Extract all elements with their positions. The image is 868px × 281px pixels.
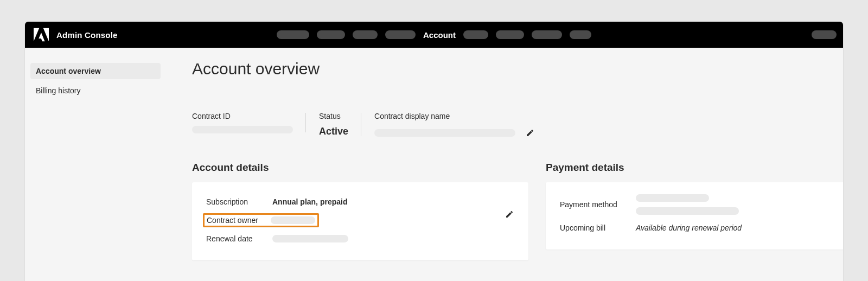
nav-item-placeholder[interactable] bbox=[463, 30, 488, 39]
body-area: Account overview Billing history Account… bbox=[25, 48, 843, 281]
contract-status-col: Status Active bbox=[306, 112, 361, 137]
contract-id-col: Contract ID bbox=[192, 112, 306, 133]
nav-item-placeholder[interactable] bbox=[277, 30, 309, 39]
account-details-card: Subscription Annual plan, prepaid Contra… bbox=[192, 182, 528, 260]
nav-item-placeholder[interactable] bbox=[385, 30, 416, 39]
payment-method-detail-placeholder bbox=[636, 207, 739, 215]
sidebar-item-label: Account overview bbox=[36, 67, 101, 75]
payment-details-section: Payment details Payment method Upcoming … bbox=[546, 162, 843, 260]
subscription-row: Subscription Annual plan, prepaid bbox=[206, 194, 514, 209]
nav-item-placeholder[interactable] bbox=[496, 30, 524, 39]
renewal-date-value-placeholder bbox=[272, 235, 348, 242]
adobe-logo-icon bbox=[34, 28, 49, 42]
payment-details-card: Payment method Upcoming bill Available d… bbox=[546, 182, 843, 250]
sidebar-item-label: Billing history bbox=[36, 86, 80, 95]
payment-method-label: Payment method bbox=[560, 200, 636, 209]
pencil-icon bbox=[505, 210, 514, 219]
subscription-label: Subscription bbox=[206, 197, 272, 206]
sidebar-item-account-overview[interactable]: Account overview bbox=[30, 63, 161, 79]
upcoming-bill-value: Available during renewal period bbox=[636, 223, 742, 232]
nav-item-placeholder[interactable] bbox=[353, 30, 378, 39]
renewal-date-row: Renewal date bbox=[206, 231, 514, 246]
renewal-date-label: Renewal date bbox=[206, 234, 272, 243]
payment-method-row: Payment method bbox=[560, 194, 835, 215]
nav-item-placeholder[interactable] bbox=[317, 30, 345, 39]
app-title: Admin Console bbox=[56, 30, 118, 40]
upcoming-bill-row: Upcoming bill Available during renewal p… bbox=[560, 220, 835, 235]
contract-status-value: Active bbox=[319, 126, 348, 137]
contract-name-col: Contract display name bbox=[361, 112, 550, 140]
sidebar-item-billing-history[interactable]: Billing history bbox=[30, 82, 161, 99]
pencil-icon bbox=[526, 129, 534, 137]
details-columns: Account details Subscription Annual plan… bbox=[192, 162, 843, 260]
upcoming-bill-label: Upcoming bill bbox=[560, 223, 636, 232]
main-content: Account overview Contract ID Status Acti… bbox=[166, 48, 843, 281]
top-nav-right bbox=[812, 30, 837, 39]
app-frame: Admin Console Account Account overview B… bbox=[25, 22, 843, 281]
page-title: Account overview bbox=[192, 60, 843, 78]
account-details-title: Account details bbox=[192, 162, 528, 174]
contract-owner-highlight: Contract owner bbox=[203, 213, 319, 227]
nav-item-account[interactable]: Account bbox=[423, 30, 456, 40]
edit-account-details-button[interactable] bbox=[502, 207, 516, 221]
sidebar: Account overview Billing history bbox=[25, 48, 166, 281]
contract-name-label: Contract display name bbox=[374, 112, 537, 120]
edit-contract-name-button[interactable] bbox=[523, 126, 537, 140]
payment-details-title: Payment details bbox=[546, 162, 843, 174]
top-nav: Account bbox=[277, 30, 591, 40]
contract-owner-row: Contract owner bbox=[206, 213, 514, 228]
topbar: Admin Console Account bbox=[25, 22, 843, 48]
nav-action-placeholder[interactable] bbox=[812, 30, 837, 39]
contract-id-label: Contract ID bbox=[192, 112, 293, 120]
account-details-section: Account details Subscription Annual plan… bbox=[192, 162, 528, 260]
contract-owner-value-placeholder bbox=[271, 216, 315, 224]
contract-status-label: Status bbox=[319, 112, 348, 120]
contract-header-row: Contract ID Status Active Contract displ… bbox=[192, 112, 843, 140]
contract-owner-label: Contract owner bbox=[207, 216, 267, 225]
nav-item-placeholder[interactable] bbox=[570, 30, 591, 39]
nav-item-placeholder[interactable] bbox=[532, 30, 562, 39]
payment-method-value-placeholder bbox=[636, 194, 709, 202]
subscription-value: Annual plan, prepaid bbox=[272, 197, 347, 206]
contract-id-value-placeholder bbox=[192, 126, 293, 133]
contract-name-value-placeholder bbox=[374, 129, 515, 137]
